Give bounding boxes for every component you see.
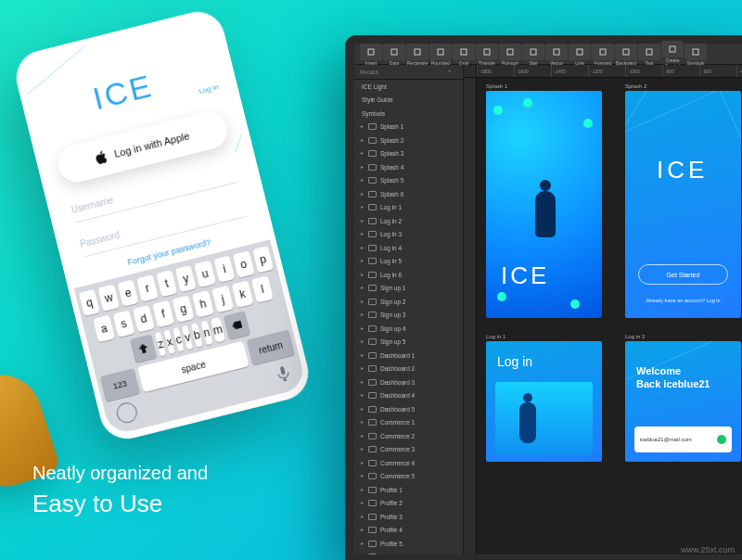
backspace-key[interactable] [223,311,250,339]
key-o[interactable]: o [233,250,254,277]
key-e[interactable]: e [117,279,138,306]
key-t[interactable]: t [156,270,177,297]
tool-text[interactable] [638,44,660,60]
key-g[interactable]: g [173,295,195,323]
svg-rect-7 [531,49,536,55]
tool-data[interactable] [383,44,405,60]
layer-item[interactable]: Dashboard 4 [354,389,463,403]
layer-item[interactable]: Dashboard 3 [354,375,463,389]
add-page-icon[interactable]: + [448,68,457,77]
key-w[interactable]: w [98,285,120,312]
key-d[interactable]: d [133,305,155,333]
svg-rect-10 [600,49,606,55]
layer-item[interactable]: Commerce 3 [354,443,463,457]
key-m[interactable]: m [211,317,225,343]
layer-item[interactable]: Sign up 1 [354,282,463,296]
key-y[interactable]: y [175,265,197,292]
tool-symbols[interactable] [684,44,707,60]
layer-item[interactable]: Log in 3 [354,228,463,242]
tool-forward[interactable] [592,44,614,60]
key-l[interactable]: l [251,275,274,303]
layer-item[interactable]: Splash 4 [354,160,463,174]
svg-rect-0 [368,49,374,55]
canvas[interactable]: -1800-1600-1400-1200-1000-800-600-400 Sp… [464,65,742,554]
artboard-splash1[interactable]: Splash 1 ICE [486,83,602,318]
layer-item[interactable]: Profile 2 [354,497,463,511]
mic-icon[interactable] [274,363,294,384]
tool-triangle[interactable] [476,44,498,60]
svg-rect-13 [670,46,675,52]
layer-item[interactable]: Splash 6 [354,187,463,201]
layer-item[interactable]: Splash 1 [354,121,463,134]
layer-item[interactable]: Log in 5 [354,255,463,269]
emoji-icon[interactable] [114,401,139,426]
tool-create-symbol[interactable] [661,41,684,57]
layer-item[interactable]: Sign up 5 [354,336,463,350]
key-s[interactable]: s [113,310,135,337]
marketing-tagline: Neatly organized and Easy to Use [32,463,208,518]
layer-item[interactable]: Sign up 4 [354,322,463,336]
key-j[interactable]: j [211,286,234,313]
layer-item[interactable]: Commerce 4 [354,456,463,470]
key-q[interactable]: q [79,289,100,316]
get-started-button[interactable]: Get Started [638,264,728,285]
key-i[interactable]: i [213,255,235,282]
tool-insert[interactable] [360,44,382,60]
svg-rect-5 [484,49,490,55]
svg-rect-8 [554,49,559,55]
tool-oval[interactable] [453,44,475,60]
key-k[interactable]: k [232,280,254,308]
key-p[interactable]: p [252,246,274,273]
svg-rect-3 [438,49,443,55]
tool-backward[interactable] [615,44,637,60]
layer-item[interactable]: Commerce 2 [354,429,463,443]
key-a[interactable]: a [93,315,115,343]
layer-item[interactable]: Sign up 2 [354,295,463,309]
key-r[interactable]: r [136,274,158,301]
layer-item[interactable]: Log in 4 [354,241,463,255]
layer-item[interactable]: Dashboard 2 [354,363,463,376]
svg-rect-9 [577,49,582,55]
ruler-vertical [464,78,477,554]
key-u[interactable]: u [195,261,216,287]
layer-item[interactable]: Profile 4 [354,524,463,538]
artboard-login2[interactable]: Log in 2 WelcomeBack iceblue21 iceblue21… [625,334,741,462]
layer-item[interactable]: Splash 5 [354,174,463,188]
design-app-window: InsertDataRectangleRoundedOvalTrianglePo… [354,45,742,554]
person-silhouette [535,191,556,237]
layer-item[interactable]: Dashboard 5 [354,402,463,416]
tool-vector[interactable] [545,44,568,60]
shift-key[interactable] [130,334,158,363]
artboard-login1[interactable]: Log in 1 Log in [486,334,602,462]
key-f[interactable]: f [152,300,174,328]
apple-button-label: Log in with Apple [113,130,191,159]
layer-item[interactable]: Splash 3 [354,147,463,161]
layer-item[interactable]: Profile 5 [354,537,463,551]
layer-item[interactable]: Log in 6 [354,268,463,282]
page-item[interactable]: Symbols [354,107,463,121]
layer-item[interactable]: Splash 2 [354,134,463,147]
layer-item[interactable]: Log in 1 [354,201,463,215]
layer-item[interactable]: Commerce 5 [354,470,463,484]
artboard-splash2[interactable]: Splash 2 ICE Get Started Already have an… [625,83,741,318]
layer-item[interactable]: Profile 3 [354,510,463,524]
page-item[interactable]: Style Guide [354,94,463,108]
svg-rect-6 [507,49,513,55]
layer-item[interactable]: Menu 1 [354,551,463,555]
svg-rect-11 [623,49,629,55]
tool-star[interactable] [522,44,544,60]
email-card: iceblue21@mail.com [634,426,732,452]
tool-polygon[interactable] [499,44,521,60]
layer-item[interactable]: Profile 1 [354,483,463,497]
tool-line[interactable] [569,44,591,60]
layer-item[interactable]: Sign up 3 [354,309,463,323]
ruler-horizontal: -1800-1600-1400-1200-1000-800-600-400 [477,65,742,78]
page-item[interactable]: ICE Light [354,80,463,94]
key-h[interactable]: h [192,290,214,318]
tool-rounded[interactable] [429,44,452,60]
layer-item[interactable]: Commerce 1 [354,416,463,430]
layer-item[interactable]: Dashboard 1 [354,349,463,363]
svg-rect-2 [415,49,420,55]
tool-rectangle[interactable] [406,44,429,60]
layer-item[interactable]: Log in 2 [354,214,463,228]
